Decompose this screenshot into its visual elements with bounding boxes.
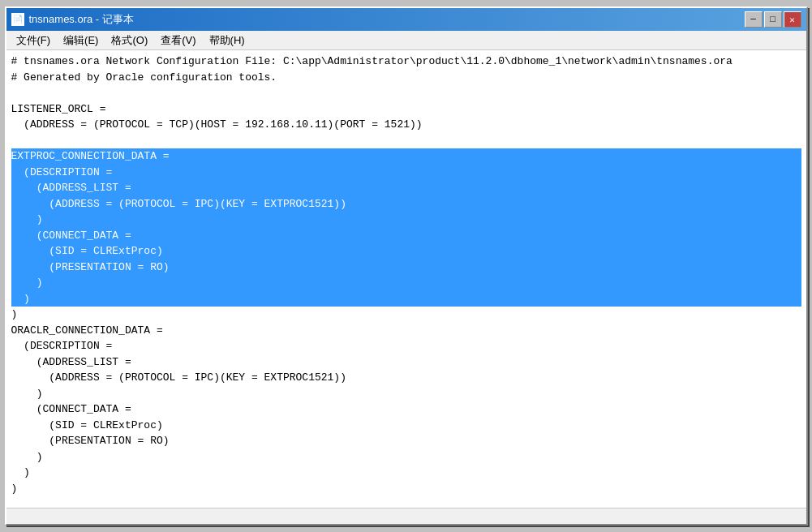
- editor-line: ): [11, 212, 801, 228]
- window-title: tnsnames.ora - 记事本: [29, 12, 134, 27]
- editor-line: (SID = CLRExtProc): [11, 418, 801, 434]
- status-bar: [6, 508, 806, 524]
- editor-line: (ADDRESS = (PROTOCOL = TCP)(HOST = 192.1…: [11, 117, 801, 133]
- editor-line: EXTPROC_CONNECTION_DATA =: [11, 148, 801, 165]
- close-button[interactable]: ✕: [784, 11, 801, 28]
- editor-line: ): [11, 465, 801, 481]
- editor-line: (DESCRIPTION =: [11, 165, 801, 181]
- editor-line: ): [11, 386, 801, 402]
- editor-line: # Generated by Oracle configuration tool…: [11, 70, 801, 86]
- menu-bar: 文件(F)编辑(E)格式(O)查看(V)帮助(H): [6, 31, 806, 50]
- editor-line: (ADDRESS = (PROTOCOL = IPC)(KEY = EXTPRO…: [11, 370, 801, 386]
- editor-line: (ADDRESS_LIST =: [11, 354, 801, 371]
- menu-item-查看(V)[interactable]: 查看(V): [154, 32, 202, 49]
- editor-line: [11, 85, 801, 101]
- maximize-button[interactable]: □: [764, 11, 782, 28]
- editor-line: ): [11, 449, 801, 466]
- menu-item-编辑(E)[interactable]: 编辑(E): [57, 32, 105, 49]
- editor-line: [11, 496, 801, 508]
- editor-line: (ADDRESS = (PROTOCOL = IPC)(KEY = EXTPRO…: [11, 196, 801, 212]
- editor-line: ): [11, 481, 801, 497]
- editor-line: ): [11, 275, 801, 291]
- editor-line: ): [11, 307, 801, 323]
- menu-item-格式(O)[interactable]: 格式(O): [105, 32, 154, 49]
- editor-line: (PRESENTATION = RO): [11, 260, 801, 276]
- editor-line: (ADDRESS_LIST =: [11, 180, 801, 196]
- editor-line: # tnsnames.ora Network Configuration Fil…: [11, 54, 801, 70]
- title-bar: 📄 tnsnames.ora - 记事本 ─ □ ✕: [6, 8, 806, 31]
- title-bar-buttons: ─ □ ✕: [745, 11, 801, 28]
- menu-item-文件(F)[interactable]: 文件(F): [10, 32, 58, 49]
- editor-line: ): [11, 291, 801, 307]
- main-window: 📄 tnsnames.ora - 记事本 ─ □ ✕ 文件(F)编辑(E)格式(…: [5, 6, 808, 526]
- app-icon: 📄: [11, 13, 24, 26]
- editor-line: (CONNECT_DATA =: [11, 228, 801, 244]
- editor-line: [11, 133, 801, 149]
- editor-line: LISTENER_ORCL =: [11, 101, 801, 118]
- editor-line: (CONNECT_DATA =: [11, 401, 801, 418]
- content-area: # tnsnames.ora Network Configuration Fil…: [6, 50, 806, 508]
- minimize-button[interactable]: ─: [745, 11, 763, 28]
- title-bar-left: 📄 tnsnames.ora - 记事本: [11, 12, 134, 27]
- editor-line: ORACLR_CONNECTION_DATA =: [11, 323, 801, 339]
- text-editor[interactable]: # tnsnames.ora Network Configuration Fil…: [6, 50, 806, 508]
- editor-line: (PRESENTATION = RO): [11, 433, 801, 449]
- editor-line: (SID = CLRExtProc): [11, 243, 801, 260]
- editor-line: (DESCRIPTION =: [11, 338, 801, 354]
- menu-item-帮助(H)[interactable]: 帮助(H): [203, 32, 251, 49]
